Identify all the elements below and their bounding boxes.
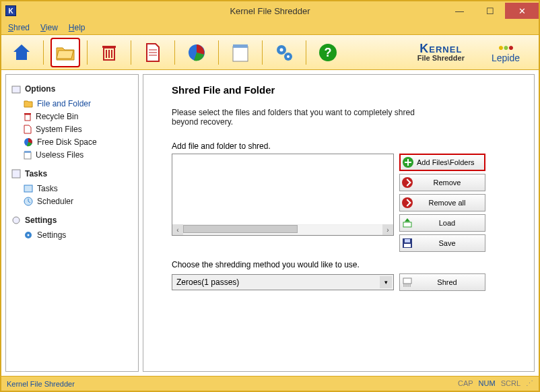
svg-marker-0 [13,44,30,60]
notepad-icon [24,150,32,160]
statusbar: Kernel File Shredder CAP NUM SCRL ⋰ [1,376,539,391]
separator [43,40,44,65]
sidebar-item-settings[interactable]: Settings [11,229,133,241]
svg-rect-34 [405,162,411,163]
scroll-right-icon[interactable]: › [382,224,393,235]
pie-chart-icon [24,137,33,147]
separator [131,40,131,65]
chevron-down-icon[interactable]: ▾ [380,276,392,288]
add-label: Add file and folder to shred. [172,141,522,151]
plus-icon [401,156,415,168]
content-heading: Shred File and Folder [172,84,522,96]
help-button[interactable]: ? [313,38,343,67]
scroll-left-icon[interactable]: ‹ [172,224,183,235]
svg-rect-23 [24,151,31,153]
add-files-folders-button[interactable]: Add Files\Folders [399,154,485,171]
sidebar-head-options: Options [11,84,133,94]
save-button[interactable]: Save [399,234,485,252]
useless-files-button[interactable] [226,38,255,67]
close-button[interactable]: ✕ [505,3,539,19]
status-num: NUM [479,379,496,388]
menu-view[interactable]: View [40,23,58,32]
recycle-bin-button[interactable] [94,38,124,67]
svg-rect-11 [233,44,248,48]
sidebar-item-tasks[interactable]: Tasks [11,183,133,195]
gear-icon [24,230,33,240]
scheduler-icon [24,197,33,206]
sidebar-item-file-and-folder[interactable]: File and Folder [11,98,133,110]
options-icon [11,84,21,94]
document-icon [144,42,162,63]
svg-rect-41 [403,222,411,227]
horizontal-scrollbar[interactable]: ‹ › [172,224,393,235]
home-button[interactable] [7,38,36,67]
folder-icon [55,44,75,61]
brand-lepide: ●●● Lepide [492,42,520,63]
svg-point-13 [280,48,283,51]
home-icon [11,42,32,63]
remove-button[interactable]: Remove [399,174,485,191]
svg-point-29 [13,217,20,224]
status-scrl: SCRL [501,379,520,388]
sidebar-item-scheduler[interactable]: Scheduler [11,195,133,207]
remove-all-button[interactable]: Remove all [399,194,485,211]
resize-grip-icon[interactable]: ⋰ [526,379,533,388]
minimize-button[interactable]: — [444,3,475,19]
tasks-group-icon [11,169,21,178]
menu-help[interactable]: Help [69,23,86,32]
svg-rect-25 [24,185,32,192]
trash-icon [24,112,32,121]
svg-text:?: ? [325,46,332,59]
system-files-button[interactable] [138,38,168,67]
remove-icon [400,197,415,209]
sidebar-item-free-disk-space[interactable]: Free Disk Space [11,136,133,148]
save-icon [400,237,415,249]
maximize-button[interactable]: ☐ [475,3,505,19]
document-icon [24,125,32,134]
svg-rect-44 [404,244,411,247]
sidebar-item-useless-files[interactable]: Useless Files [11,149,133,161]
sidebar-head-settings: Settings [11,216,133,225]
separator [306,40,306,65]
load-button[interactable]: Load [399,214,485,232]
pie-chart-icon [187,42,207,63]
svg-rect-20 [24,113,31,115]
sidebar: Options File and Folder Recycle Bin Syst… [5,74,139,372]
sidebar-item-system-files[interactable]: System Files [11,123,133,135]
app-icon: K [5,5,16,16]
sidebar-head-tasks: Tasks [11,169,133,178]
svg-rect-22 [24,152,31,159]
shredding-method-select[interactable]: Zeroes(1 passes) ▾ [172,274,394,290]
brand-kernel: Kernel File Shredder [417,42,465,62]
svg-point-31 [28,234,30,236]
separator [218,40,219,65]
file-folder-button[interactable] [50,38,80,67]
svg-rect-10 [233,46,248,61]
settings-group-icon [11,216,21,225]
tasks-icon [24,185,33,193]
menu-shred[interactable]: Shred [8,23,30,32]
notepad-icon [231,42,250,63]
svg-rect-19 [25,115,30,121]
menubar: Shred View Help [1,20,539,35]
remove-icon [400,176,415,189]
separator [262,40,263,65]
file-list[interactable]: ‹ › [172,154,394,236]
choose-label: Choose the shredding method you would li… [172,260,522,269]
gears-icon [274,42,294,63]
toolbar: ? Kernel File Shredder ●●● Lepide [1,35,539,70]
free-disk-space-button[interactable] [182,38,211,67]
svg-rect-2 [102,46,116,48]
svg-marker-42 [405,218,410,222]
settings-button[interactable] [269,38,299,67]
content-panel: Shred File and Folder Please select the … [143,74,535,372]
svg-rect-46 [403,278,411,284]
help-icon: ? [318,42,338,63]
svg-rect-18 [12,86,20,93]
load-icon [400,217,415,229]
folder-icon [24,100,33,108]
shred-button[interactable]: Shred [399,273,485,291]
status-text: Kernel File Shredder [7,380,75,388]
content-description: Please select the files and folders that… [172,108,428,127]
sidebar-item-recycle-bin[interactable]: Recycle Bin [11,110,133,123]
